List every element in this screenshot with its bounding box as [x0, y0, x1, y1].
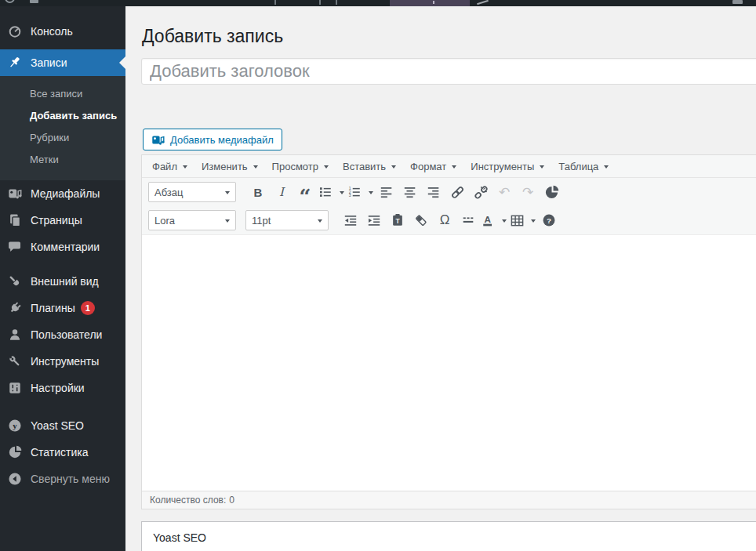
- paragraph-format-select[interactable]: Абзац: [148, 182, 236, 202]
- sidebar-item-tools[interactable]: Инструменты: [0, 348, 125, 375]
- sidebar-item-label: Плагины: [31, 302, 75, 314]
- bulleted-list-button[interactable]: [317, 181, 346, 203]
- sidebar-item-label: Инструменты: [31, 355, 99, 368]
- sidebar-item-label: Записи: [31, 56, 67, 69]
- sidebar-item-label: Внешний вид: [31, 275, 99, 288]
- menu-table[interactable]: Таблица: [551, 155, 616, 177]
- dashboard-icon: [7, 24, 23, 39]
- remove-link-button[interactable]: [469, 181, 492, 203]
- menu-format[interactable]: Формат: [403, 155, 463, 177]
- posts-submenu: Все записи Добавить запись Рубрики Метки: [0, 76, 125, 180]
- horizontal-rule-button[interactable]: [456, 209, 480, 231]
- editor-status-bar: Количество слов: 0: [142, 491, 756, 509]
- plugins-update-badge: 1: [81, 301, 95, 315]
- adminbar-text-descender: [433, 1, 434, 4]
- sidebar-item-plugins[interactable]: Плагины 1: [0, 295, 125, 321]
- special-character-icon: Ω: [440, 212, 450, 228]
- sidebar-item-statistics[interactable]: Статистика: [0, 439, 125, 466]
- submenu-item-categories[interactable]: Рубрики: [0, 127, 125, 149]
- editor-content-area[interactable]: [142, 234, 756, 491]
- edit-pencil-icon[interactable]: [477, 0, 489, 5]
- sidebar-item-label: Страницы: [31, 214, 82, 227]
- chevron-down-icon: [253, 165, 258, 171]
- menu-insert[interactable]: Вставить: [336, 155, 403, 177]
- bold-button[interactable]: B: [246, 181, 270, 203]
- align-left-button[interactable]: [375, 181, 398, 203]
- paste-as-text-button[interactable]: T: [386, 209, 409, 231]
- post-title-input[interactable]: [141, 58, 756, 85]
- chevron-down-icon: [324, 165, 329, 171]
- sidebar-item-yoast-seo[interactable]: y Yoast SEO: [0, 412, 125, 439]
- wordpress-logo-icon[interactable]: [5, 0, 15, 3]
- align-center-icon: [403, 185, 417, 199]
- help-icon: ?: [542, 213, 556, 227]
- submenu-item-tags[interactable]: Метки: [0, 149, 125, 171]
- text-color-button[interactable]: A: [480, 209, 508, 231]
- bold-icon: B: [254, 186, 263, 199]
- menu-tools[interactable]: Инструменты: [463, 155, 551, 177]
- align-right-button[interactable]: [422, 181, 445, 203]
- sidebar-item-label: Статистика: [31, 446, 89, 459]
- sidebar-item-dashboard[interactable]: Консоль: [0, 18, 125, 45]
- sidebar-item-posts[interactable]: Записи: [0, 49, 125, 76]
- sidebar-item-label: Пользователи: [31, 328, 102, 341]
- sidebar-item-settings[interactable]: Настройки: [0, 375, 125, 401]
- settings-icon: [7, 380, 23, 396]
- clear-formatting-button[interactable]: [409, 209, 433, 231]
- chevron-down-icon: [531, 219, 536, 225]
- paste-as-text-icon: T: [391, 213, 405, 227]
- align-right-icon: [427, 185, 441, 199]
- clear-formatting-eraser-icon: [414, 213, 428, 227]
- sidebar-item-pages[interactable]: Страницы: [0, 207, 125, 234]
- chevron-down-icon: [391, 165, 396, 171]
- editor-toolbar-row1: Абзац B I “ 123: [142, 178, 756, 206]
- yoast-metabox-title[interactable]: Yoast SEO: [142, 522, 756, 551]
- align-left-icon: [380, 185, 394, 199]
- sidebar-item-label: Консоль: [31, 25, 73, 38]
- outdent-button[interactable]: [339, 209, 362, 231]
- statistics-insert-button[interactable]: [540, 181, 563, 203]
- text-color-icon: A: [482, 213, 496, 227]
- font-family-select[interactable]: Lora: [148, 210, 236, 230]
- sidebar-item-label: Комментарии: [31, 241, 100, 253]
- adminbar-highlighted-item[interactable]: [390, 0, 470, 6]
- site-home-icon[interactable]: [30, 0, 38, 3]
- sidebar-item-comments[interactable]: Комментарии: [0, 234, 125, 260]
- insert-link-button[interactable]: [445, 181, 469, 203]
- undo-icon: ↶: [499, 186, 510, 199]
- pie-chart-icon: [544, 185, 559, 200]
- numbered-list-button[interactable]: 123: [346, 181, 375, 203]
- table-button[interactable]: [508, 209, 537, 231]
- sidebar-separator: [0, 260, 125, 268]
- sidebar-item-media[interactable]: Медиафайлы: [0, 180, 125, 207]
- sidebar-item-users[interactable]: Пользователи: [0, 321, 125, 348]
- word-count-value: 0: [229, 495, 234, 506]
- blockquote-button[interactable]: “: [293, 181, 317, 203]
- sidebar-item-label: Медиафайлы: [31, 187, 100, 200]
- comments-icon: [7, 239, 23, 255]
- undo-button[interactable]: ↶: [492, 181, 516, 203]
- sidebar: Консоль Записи Все записи Добавить запис…: [0, 6, 125, 551]
- special-character-button[interactable]: Ω: [433, 209, 456, 231]
- chevron-down-icon: [452, 165, 456, 171]
- yoast-icon: y: [7, 418, 23, 433]
- chevron-down-icon: [540, 165, 544, 171]
- svg-text:T: T: [395, 217, 400, 225]
- redo-button[interactable]: ↷: [516, 181, 540, 203]
- add-media-button[interactable]: Добавить медиафайл: [143, 129, 282, 150]
- menu-file[interactable]: Файл: [145, 155, 194, 177]
- help-button[interactable]: ?: [537, 209, 561, 231]
- svg-text:A: A: [484, 214, 491, 224]
- indent-button[interactable]: [362, 209, 386, 231]
- submenu-item-all-posts[interactable]: Все записи: [0, 83, 125, 105]
- align-center-button[interactable]: [398, 181, 422, 203]
- menu-view[interactable]: Просмотр: [265, 155, 336, 177]
- menu-edit[interactable]: Изменить: [194, 155, 265, 177]
- italic-button[interactable]: I: [270, 181, 293, 203]
- font-size-select[interactable]: 11pt: [245, 210, 329, 230]
- sidebar-item-collapse-menu[interactable]: Свернуть меню: [0, 466, 125, 492]
- sidebar-item-appearance[interactable]: Внешний вид: [0, 268, 125, 295]
- blockquote-icon: “: [300, 183, 311, 201]
- submenu-item-add-post[interactable]: Добавить запись: [0, 105, 125, 127]
- sidebar-item-label: Свернуть меню: [31, 473, 110, 485]
